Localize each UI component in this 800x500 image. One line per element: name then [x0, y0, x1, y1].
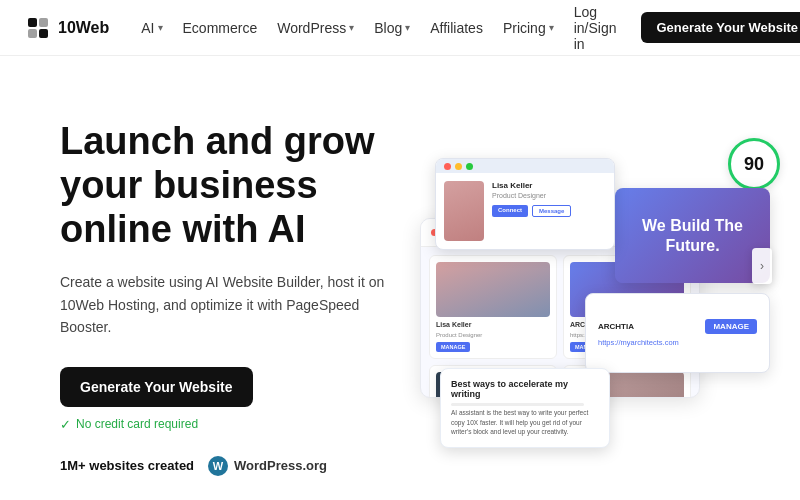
nav-left: 10Web AI ▾ Ecommerce WordPress ▾ Blog ▾ …	[24, 14, 562, 42]
brand-name: 10Web	[58, 19, 109, 37]
trust-count: 1M+ websites created	[60, 458, 194, 473]
wordpress-badge: W WordPress.org	[208, 456, 327, 476]
manage-row: ARCHTIA MANAGE	[598, 319, 757, 334]
no-credit-notice: ✓ No credit card required	[60, 417, 400, 432]
nav-item-ecommerce[interactable]: Ecommerce	[175, 14, 266, 42]
connect-button[interactable]: Connect	[492, 205, 528, 217]
hero-title: Launch and grow your business online wit…	[60, 120, 400, 251]
logo[interactable]: 10Web	[24, 14, 109, 42]
user-buttons: Connect Message	[492, 205, 606, 217]
card-user: Lisa Keller Product Designer Connect Mes…	[435, 158, 615, 250]
dot-yellow	[455, 163, 462, 170]
navbar: 10Web AI ▾ Ecommerce WordPress ▾ Blog ▾ …	[0, 0, 800, 56]
user-role: Product Designer	[492, 192, 606, 199]
ai-bar-1	[451, 403, 584, 406]
wordpress-logo: W	[208, 456, 228, 476]
chevron-down-icon: ▾	[158, 22, 163, 33]
chevron-down-icon: ▾	[349, 22, 354, 33]
svg-rect-1	[39, 18, 48, 27]
trust-row: 1M+ websites created W WordPress.org	[60, 456, 400, 476]
dot-red	[444, 163, 451, 170]
nav-item-ai[interactable]: AI ▾	[133, 14, 170, 42]
nav-item-pricing[interactable]: Pricing ▾	[495, 14, 562, 42]
nav-items: AI ▾ Ecommerce WordPress ▾ Blog ▾ Affili…	[133, 14, 561, 42]
score-circle: 90	[728, 138, 780, 190]
nav-item-wordpress[interactable]: WordPress ▾	[269, 14, 362, 42]
dot-green	[466, 163, 473, 170]
svg-rect-3	[39, 29, 48, 38]
check-icon: ✓	[60, 417, 71, 432]
manage-url: https://myarchitects.com	[598, 338, 757, 347]
card-user-body: Lisa Keller Product Designer Connect Mes…	[436, 173, 614, 249]
card-build: We Build The Future.	[615, 188, 770, 283]
avatar	[444, 181, 484, 241]
nav-item-affiliates[interactable]: Affiliates	[422, 14, 491, 42]
login-button[interactable]: Log in/Sign in	[562, 0, 629, 58]
svg-rect-0	[28, 18, 37, 27]
card-user-header	[436, 159, 614, 173]
card-ai: Best ways to accelerate my writing AI as…	[440, 368, 610, 448]
card-manage: ARCHTIA MANAGE https://myarchitects.com	[585, 293, 770, 373]
user-info: Lisa Keller Product Designer Connect Mes…	[492, 181, 606, 217]
ai-card-text: AI assistant is the best way to write yo…	[451, 408, 599, 437]
nav-right: Log in/Sign in Generate Your Website	[562, 0, 800, 58]
user-name: Lisa Keller	[492, 181, 606, 190]
manage-site-name: ARCHTIA	[598, 322, 634, 331]
message-button[interactable]: Message	[532, 205, 571, 217]
mini-card-label-1: Lisa Keller	[436, 321, 550, 328]
mini-card-img-1	[436, 262, 550, 317]
svg-rect-2	[28, 29, 37, 38]
hero-cta-button[interactable]: Generate Your Website	[60, 367, 253, 407]
nav-item-blog[interactable]: Blog ▾	[366, 14, 418, 42]
hero-section: Launch and grow your business online wit…	[0, 56, 800, 500]
nav-cta-button[interactable]: Generate Your Website	[641, 12, 801, 43]
ai-card-header: Best ways to accelerate my writing	[451, 379, 599, 399]
visual-container: 90 We Build The Future. Lisa	[400, 138, 770, 458]
manage-big-button[interactable]: MANAGE	[705, 319, 757, 334]
manage-button-1[interactable]: MANAGE	[436, 342, 470, 352]
mini-card-sub-1: Product Designer	[436, 332, 550, 338]
hero-visual: 90 We Build The Future. Lisa	[400, 96, 770, 500]
chevron-down-icon: ▾	[405, 22, 410, 33]
hero-left: Launch and grow your business online wit…	[60, 120, 400, 475]
arrow-nav[interactable]: ›	[752, 248, 772, 284]
mini-card-1: Lisa Keller Product Designer MANAGE	[429, 255, 557, 359]
hero-subtitle: Create a website using AI Website Builde…	[60, 271, 400, 338]
chevron-down-icon: ▾	[549, 22, 554, 33]
